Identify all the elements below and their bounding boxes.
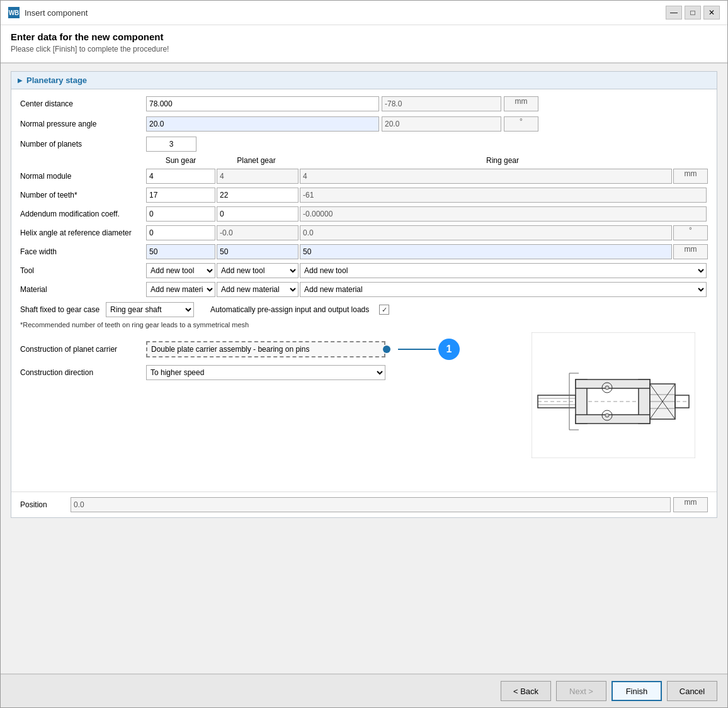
normal-pressure-angle-unit: ° bbox=[504, 116, 538, 132]
normal-module-sun[interactable] bbox=[146, 169, 215, 184]
title-bar: WB Insert component — □ ✕ bbox=[1, 1, 727, 25]
minimize-button[interactable]: — bbox=[666, 6, 682, 20]
finish-button[interactable]: Finish bbox=[611, 681, 662, 701]
next-button[interactable]: Next > bbox=[556, 681, 606, 701]
normal-module-row: Normal module mm bbox=[20, 169, 708, 184]
header-title: Enter data for the new component bbox=[11, 31, 717, 42]
section-body: Center distance mm Normal pressure angle… bbox=[11, 89, 717, 466]
number-of-planets-row: Number of planets bbox=[20, 136, 708, 152]
sun-gear-header: Sun gear bbox=[146, 156, 215, 165]
construction-left: Construction of planet carrier 1 bbox=[20, 339, 519, 385]
material-sun-select[interactable]: Add new material bbox=[146, 282, 215, 297]
planet-carrier-row: Construction of planet carrier 1 bbox=[20, 339, 519, 360]
number-of-teeth-label: Number of teeth* bbox=[20, 191, 146, 199]
auto-assign-checkbox[interactable] bbox=[379, 305, 389, 315]
carrier-connector-dot bbox=[383, 346, 390, 353]
face-width-sun[interactable] bbox=[146, 244, 215, 259]
material-label: Material bbox=[20, 285, 146, 294]
planetary-stage-section: ▶ Planetary stage Center distance mm Nor… bbox=[11, 71, 717, 518]
svg-rect-8 bbox=[576, 415, 650, 424]
tool-label: Tool bbox=[20, 266, 146, 275]
material-row: Material Add new material Add new materi… bbox=[20, 282, 708, 297]
window-title: Insert component bbox=[25, 8, 661, 18]
tool-sun-select[interactable]: Add new tool bbox=[146, 263, 215, 278]
addendum-mod-label: Addendum modification coeff. bbox=[20, 210, 146, 218]
planet-carrier-label: Construction of planet carrier bbox=[20, 345, 146, 354]
center-distance-row: Center distance mm bbox=[20, 96, 708, 112]
planet-carrier-container bbox=[146, 341, 385, 357]
normal-pressure-angle-row: Normal pressure angle ° bbox=[20, 116, 708, 132]
tool-ring-select[interactable]: Add new tool bbox=[300, 263, 707, 278]
balloon-number: 1 bbox=[438, 339, 460, 360]
construction-area: Construction of planet carrier 1 bbox=[20, 339, 708, 460]
center-distance-inputs: mm bbox=[146, 96, 538, 111]
back-button[interactable]: < Back bbox=[501, 681, 551, 701]
helix-angle-ring[interactable] bbox=[300, 225, 672, 240]
shaft-select[interactable]: Ring gear shaft bbox=[106, 302, 194, 317]
construction-direction-label: Construction direction bbox=[20, 368, 146, 377]
helix-angle-unit: ° bbox=[673, 225, 708, 240]
collapse-icon[interactable]: ▶ bbox=[18, 77, 23, 84]
normal-pressure-angle-input1[interactable] bbox=[146, 116, 379, 132]
number-of-planets-input[interactable] bbox=[146, 137, 196, 152]
planet-carrier-input[interactable] bbox=[146, 341, 385, 357]
center-distance-unit: mm bbox=[504, 96, 538, 111]
tool-planet-select[interactable]: Add new tool bbox=[217, 263, 299, 278]
number-of-teeth-row: Number of teeth* bbox=[20, 188, 708, 203]
svg-point-19 bbox=[605, 413, 609, 417]
addendum-mod-row: Addendum modification coeff. bbox=[20, 206, 708, 222]
material-ring-select[interactable]: Add new material bbox=[300, 282, 707, 297]
section-title: Planetary stage bbox=[26, 76, 87, 85]
tool-row: Tool Add new tool Add new tool Add new t… bbox=[20, 263, 708, 278]
normal-module-ring[interactable] bbox=[300, 169, 672, 184]
center-distance-label: Center distance bbox=[20, 99, 146, 108]
auto-assign-label: Automatically pre-assign input and outpu… bbox=[210, 305, 369, 314]
shaft-row: Shaft fixed to gear case Ring gear shaft… bbox=[20, 302, 708, 317]
gear-diagram-area bbox=[532, 332, 708, 460]
helix-angle-sun[interactable] bbox=[146, 225, 215, 240]
position-label: Position bbox=[20, 500, 71, 509]
balloon-annotation: 1 bbox=[398, 339, 460, 360]
svg-point-17 bbox=[605, 386, 609, 390]
cancel-button[interactable]: Cancel bbox=[667, 681, 717, 701]
shaft-label: Shaft fixed to gear case bbox=[20, 305, 100, 314]
center-distance-input1[interactable] bbox=[146, 96, 379, 111]
number-of-teeth-sun[interactable] bbox=[146, 188, 215, 203]
app-icon: WB bbox=[8, 7, 20, 18]
balloon-line bbox=[398, 349, 436, 350]
number-of-teeth-planet[interactable] bbox=[217, 188, 299, 203]
addendum-mod-ring[interactable] bbox=[300, 206, 707, 222]
face-width-planet[interactable] bbox=[217, 244, 299, 259]
normal-pressure-angle-input2[interactable] bbox=[382, 116, 501, 132]
window-controls: — □ ✕ bbox=[666, 6, 720, 20]
position-unit: mm bbox=[673, 497, 708, 512]
number-of-planets-label: Number of planets bbox=[20, 140, 146, 149]
main-window: WB Insert component — □ ✕ Enter data for… bbox=[0, 0, 728, 708]
dialog-header: Enter data for the new component Please … bbox=[1, 25, 727, 64]
section-header: ▶ Planetary stage bbox=[11, 72, 717, 89]
addendum-mod-planet[interactable] bbox=[217, 206, 299, 222]
close-button[interactable]: ✕ bbox=[703, 6, 720, 20]
helix-angle-row: Helix angle at reference diameter ° bbox=[20, 225, 708, 240]
material-planet-select[interactable]: Add new material bbox=[217, 282, 299, 297]
construction-direction-select[interactable]: To higher speed bbox=[146, 365, 385, 380]
position-input[interactable] bbox=[71, 497, 671, 512]
center-distance-input2[interactable] bbox=[382, 96, 501, 111]
svg-rect-7 bbox=[576, 379, 650, 388]
face-width-ring[interactable] bbox=[300, 244, 672, 259]
helix-angle-planet[interactable] bbox=[217, 225, 299, 240]
position-row: Position mm bbox=[11, 492, 717, 517]
construction-direction-row: Construction direction To higher speed bbox=[20, 365, 519, 380]
maximize-button[interactable]: □ bbox=[685, 6, 701, 20]
dialog-footer: < Back Next > Finish Cancel bbox=[1, 673, 727, 707]
face-width-row: Face width mm bbox=[20, 244, 708, 259]
number-of-teeth-ring[interactable] bbox=[300, 188, 707, 203]
normal-module-planet[interactable] bbox=[217, 169, 299, 184]
addendum-mod-sun[interactable] bbox=[146, 206, 215, 222]
ring-gear-header: Ring gear bbox=[297, 156, 708, 165]
face-width-label: Face width bbox=[20, 247, 146, 256]
helix-angle-label: Helix angle at reference diameter bbox=[20, 228, 146, 237]
teeth-note: *Recommended number of teeth on ring gea… bbox=[20, 321, 708, 329]
face-width-unit: mm bbox=[673, 244, 708, 259]
normal-pressure-angle-label: Normal pressure angle bbox=[20, 120, 146, 128]
